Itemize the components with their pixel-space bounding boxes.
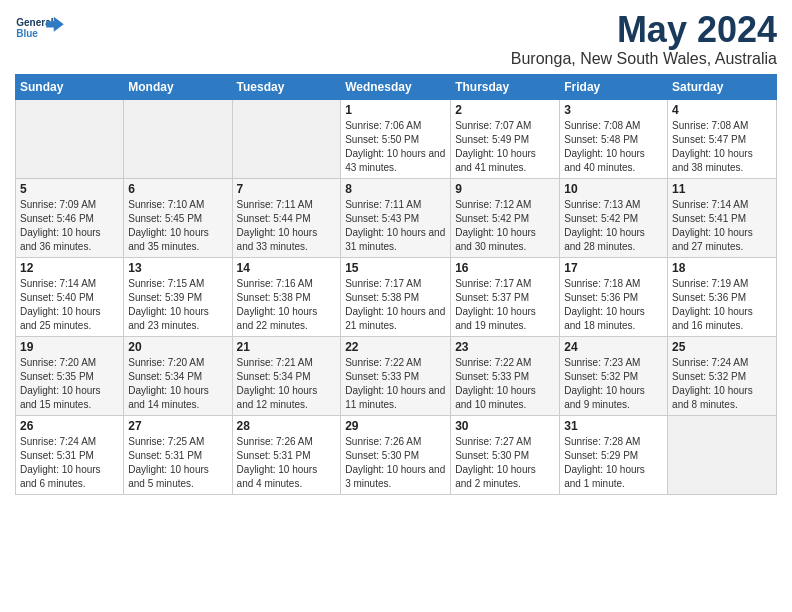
week-row-3: 12Sunrise: 7:14 AM Sunset: 5:40 PM Dayli… — [16, 257, 777, 336]
calendar-cell — [124, 99, 232, 178]
day-number: 27 — [128, 419, 227, 433]
day-number: 9 — [455, 182, 555, 196]
col-sunday: Sunday — [16, 74, 124, 99]
col-thursday: Thursday — [451, 74, 560, 99]
day-info: Sunrise: 7:17 AM Sunset: 5:38 PM Dayligh… — [345, 277, 446, 333]
day-info: Sunrise: 7:23 AM Sunset: 5:32 PM Dayligh… — [564, 356, 663, 412]
calendar-cell: 25Sunrise: 7:24 AM Sunset: 5:32 PM Dayli… — [668, 336, 777, 415]
day-info: Sunrise: 7:17 AM Sunset: 5:37 PM Dayligh… — [455, 277, 555, 333]
day-info: Sunrise: 7:11 AM Sunset: 5:44 PM Dayligh… — [237, 198, 337, 254]
calendar-cell: 23Sunrise: 7:22 AM Sunset: 5:33 PM Dayli… — [451, 336, 560, 415]
title-block: May 2024 Buronga, New South Wales, Austr… — [511, 10, 777, 68]
calendar-cell: 18Sunrise: 7:19 AM Sunset: 5:36 PM Dayli… — [668, 257, 777, 336]
day-number: 2 — [455, 103, 555, 117]
day-number: 14 — [237, 261, 337, 275]
day-info: Sunrise: 7:25 AM Sunset: 5:31 PM Dayligh… — [128, 435, 227, 491]
calendar-cell — [16, 99, 124, 178]
col-tuesday: Tuesday — [232, 74, 341, 99]
main-title: May 2024 — [511, 10, 777, 50]
calendar-cell: 5Sunrise: 7:09 AM Sunset: 5:46 PM Daylig… — [16, 178, 124, 257]
day-info: Sunrise: 7:28 AM Sunset: 5:29 PM Dayligh… — [564, 435, 663, 491]
calendar-cell: 11Sunrise: 7:14 AM Sunset: 5:41 PM Dayli… — [668, 178, 777, 257]
calendar-header-row: Sunday Monday Tuesday Wednesday Thursday… — [16, 74, 777, 99]
calendar-cell: 7Sunrise: 7:11 AM Sunset: 5:44 PM Daylig… — [232, 178, 341, 257]
calendar-cell: 14Sunrise: 7:16 AM Sunset: 5:38 PM Dayli… — [232, 257, 341, 336]
day-number: 13 — [128, 261, 227, 275]
day-number: 16 — [455, 261, 555, 275]
day-info: Sunrise: 7:26 AM Sunset: 5:31 PM Dayligh… — [237, 435, 337, 491]
col-monday: Monday — [124, 74, 232, 99]
calendar-cell: 15Sunrise: 7:17 AM Sunset: 5:38 PM Dayli… — [341, 257, 451, 336]
calendar-cell: 1Sunrise: 7:06 AM Sunset: 5:50 PM Daylig… — [341, 99, 451, 178]
day-number: 21 — [237, 340, 337, 354]
day-number: 18 — [672, 261, 772, 275]
day-info: Sunrise: 7:21 AM Sunset: 5:34 PM Dayligh… — [237, 356, 337, 412]
day-info: Sunrise: 7:16 AM Sunset: 5:38 PM Dayligh… — [237, 277, 337, 333]
day-info: Sunrise: 7:26 AM Sunset: 5:30 PM Dayligh… — [345, 435, 446, 491]
calendar-cell: 4Sunrise: 7:08 AM Sunset: 5:47 PM Daylig… — [668, 99, 777, 178]
calendar-cell: 21Sunrise: 7:21 AM Sunset: 5:34 PM Dayli… — [232, 336, 341, 415]
day-number: 12 — [20, 261, 119, 275]
calendar-cell: 30Sunrise: 7:27 AM Sunset: 5:30 PM Dayli… — [451, 415, 560, 494]
calendar-cell: 8Sunrise: 7:11 AM Sunset: 5:43 PM Daylig… — [341, 178, 451, 257]
calendar-cell: 29Sunrise: 7:26 AM Sunset: 5:30 PM Dayli… — [341, 415, 451, 494]
calendar-cell: 17Sunrise: 7:18 AM Sunset: 5:36 PM Dayli… — [560, 257, 668, 336]
day-info: Sunrise: 7:13 AM Sunset: 5:42 PM Dayligh… — [564, 198, 663, 254]
day-number: 22 — [345, 340, 446, 354]
day-number: 8 — [345, 182, 446, 196]
day-number: 25 — [672, 340, 772, 354]
day-info: Sunrise: 7:12 AM Sunset: 5:42 PM Dayligh… — [455, 198, 555, 254]
calendar-cell: 9Sunrise: 7:12 AM Sunset: 5:42 PM Daylig… — [451, 178, 560, 257]
day-info: Sunrise: 7:22 AM Sunset: 5:33 PM Dayligh… — [345, 356, 446, 412]
day-number: 17 — [564, 261, 663, 275]
calendar-cell: 27Sunrise: 7:25 AM Sunset: 5:31 PM Dayli… — [124, 415, 232, 494]
calendar-cell — [668, 415, 777, 494]
day-number: 5 — [20, 182, 119, 196]
week-row-5: 26Sunrise: 7:24 AM Sunset: 5:31 PM Dayli… — [16, 415, 777, 494]
col-friday: Friday — [560, 74, 668, 99]
calendar-cell: 6Sunrise: 7:10 AM Sunset: 5:45 PM Daylig… — [124, 178, 232, 257]
subtitle: Buronga, New South Wales, Australia — [511, 50, 777, 68]
day-number: 23 — [455, 340, 555, 354]
day-number: 11 — [672, 182, 772, 196]
calendar-cell: 10Sunrise: 7:13 AM Sunset: 5:42 PM Dayli… — [560, 178, 668, 257]
calendar-cell: 28Sunrise: 7:26 AM Sunset: 5:31 PM Dayli… — [232, 415, 341, 494]
day-info: Sunrise: 7:19 AM Sunset: 5:36 PM Dayligh… — [672, 277, 772, 333]
week-row-2: 5Sunrise: 7:09 AM Sunset: 5:46 PM Daylig… — [16, 178, 777, 257]
header: General Blue May 2024 Buronga, New South… — [15, 10, 777, 68]
day-info: Sunrise: 7:08 AM Sunset: 5:48 PM Dayligh… — [564, 119, 663, 175]
day-number: 15 — [345, 261, 446, 275]
col-saturday: Saturday — [668, 74, 777, 99]
day-number: 10 — [564, 182, 663, 196]
calendar-cell: 22Sunrise: 7:22 AM Sunset: 5:33 PM Dayli… — [341, 336, 451, 415]
svg-text:Blue: Blue — [16, 28, 38, 39]
day-number: 28 — [237, 419, 337, 433]
day-number: 30 — [455, 419, 555, 433]
day-info: Sunrise: 7:20 AM Sunset: 5:35 PM Dayligh… — [20, 356, 119, 412]
day-info: Sunrise: 7:10 AM Sunset: 5:45 PM Dayligh… — [128, 198, 227, 254]
week-row-4: 19Sunrise: 7:20 AM Sunset: 5:35 PM Dayli… — [16, 336, 777, 415]
calendar-cell: 24Sunrise: 7:23 AM Sunset: 5:32 PM Dayli… — [560, 336, 668, 415]
day-info: Sunrise: 7:20 AM Sunset: 5:34 PM Dayligh… — [128, 356, 227, 412]
day-number: 7 — [237, 182, 337, 196]
calendar: Sunday Monday Tuesday Wednesday Thursday… — [15, 74, 777, 495]
day-info: Sunrise: 7:22 AM Sunset: 5:33 PM Dayligh… — [455, 356, 555, 412]
day-info: Sunrise: 7:24 AM Sunset: 5:31 PM Dayligh… — [20, 435, 119, 491]
calendar-cell: 3Sunrise: 7:08 AM Sunset: 5:48 PM Daylig… — [560, 99, 668, 178]
day-info: Sunrise: 7:11 AM Sunset: 5:43 PM Dayligh… — [345, 198, 446, 254]
day-number: 6 — [128, 182, 227, 196]
day-info: Sunrise: 7:27 AM Sunset: 5:30 PM Dayligh… — [455, 435, 555, 491]
week-row-1: 1Sunrise: 7:06 AM Sunset: 5:50 PM Daylig… — [16, 99, 777, 178]
day-number: 4 — [672, 103, 772, 117]
day-info: Sunrise: 7:09 AM Sunset: 5:46 PM Dayligh… — [20, 198, 119, 254]
day-info: Sunrise: 7:14 AM Sunset: 5:41 PM Dayligh… — [672, 198, 772, 254]
calendar-cell: 31Sunrise: 7:28 AM Sunset: 5:29 PM Dayli… — [560, 415, 668, 494]
day-number: 24 — [564, 340, 663, 354]
calendar-cell: 13Sunrise: 7:15 AM Sunset: 5:39 PM Dayli… — [124, 257, 232, 336]
day-info: Sunrise: 7:15 AM Sunset: 5:39 PM Dayligh… — [128, 277, 227, 333]
calendar-cell: 2Sunrise: 7:07 AM Sunset: 5:49 PM Daylig… — [451, 99, 560, 178]
logo: General Blue — [15, 10, 65, 48]
day-number: 20 — [128, 340, 227, 354]
day-number: 29 — [345, 419, 446, 433]
logo-image: General Blue — [15, 10, 65, 48]
